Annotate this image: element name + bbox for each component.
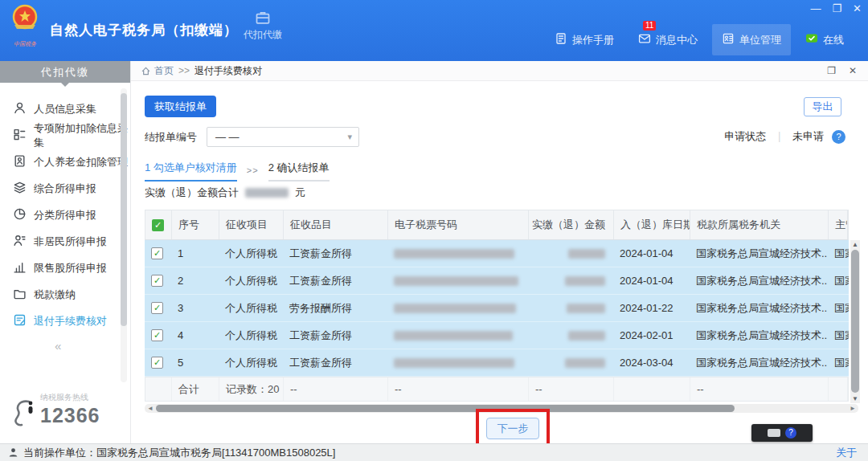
sidebar-scrollbar[interactable] [121, 88, 127, 382]
online-icon [805, 32, 818, 47]
sidebar-item-4[interactable]: 分类所得申报 [0, 202, 130, 228]
close-icon[interactable]: ✕ [853, 3, 862, 14]
sidebar-item-8[interactable]: 退付手续费核对 [0, 308, 130, 334]
cell-date: 2024-01-04 [613, 267, 690, 294]
help-icon[interactable]: ? [832, 130, 845, 144]
current-unit-text: 当前操作单位：国家税务总局宣城市税务局[11341700MB1508025L] [23, 446, 335, 460]
cell-seq: 2 [171, 267, 219, 294]
cell-supervisor: 国家 [828, 322, 849, 349]
export-button[interactable]: 导出 [804, 97, 841, 116]
cell-organ: 国家税务总局宣城经济技术... [690, 349, 828, 376]
minimize-icon[interactable]: — [810, 3, 821, 14]
table-row-0[interactable]: ✓1个人所得税工资薪金所得2024-01-04国家税务总局宣城经济技术...国家 [145, 240, 849, 267]
step-tabs: 1 勾选单户核对清册 >> 2 确认结报单 [145, 161, 330, 182]
table-row-4[interactable]: ✓5个人所得税工资薪金所得2024-03-04国家税务总局宣城经济技术...国家 [145, 349, 849, 377]
row-checkbox[interactable]: ✓ [151, 329, 163, 341]
masked-ticket-no [394, 276, 518, 286]
row-checkbox[interactable]: ✓ [151, 275, 163, 287]
table-row-3[interactable]: ✓4个人所得税工资薪金所得2024-02-01国家税务总局宣城经济技术...国家 [145, 322, 849, 349]
tab-daikou-daijiao[interactable]: 代扣代缴 [235, 10, 291, 42]
apply-status-label: 申请状态 [724, 129, 766, 144]
cell-amount [528, 240, 613, 267]
menu-item-0[interactable]: 操作手册 [545, 24, 624, 55]
cell-supervisor: 国家 [828, 349, 849, 376]
cell-item: 个人所得税 [219, 322, 283, 349]
cell-category: 劳务报酬所得 [283, 295, 387, 321]
app-title: 自然人电子税务局（扣缴端） [50, 21, 238, 39]
cell-organ: 国家税务总局宣城经济技术... [690, 295, 828, 321]
header-cell-6: 税款所属税务机关 [690, 210, 829, 239]
sidebar-collapse-button[interactable]: « [55, 339, 61, 353]
sidebar-item-0[interactable]: 人员信息采集 [0, 96, 130, 122]
sidebar-item-label: 退付手续费核对 [34, 314, 107, 328]
sidebar-item-5[interactable]: 非居民所得申报 [0, 228, 130, 255]
menu-item-3[interactable]: 在线 [796, 24, 854, 55]
row-checkbox[interactable]: ✓ [151, 357, 163, 369]
briefcase-icon [254, 10, 272, 26]
window-controls: — ❐ ✕ [810, 3, 862, 14]
table-footer-row: 合计记录数：20-------- [145, 377, 849, 402]
masked-total-amount [245, 188, 289, 198]
menu-item-2[interactable]: 单位管理 [712, 24, 791, 55]
sidebar-item-label: 非居民所得申报 [34, 235, 107, 249]
table-row-1[interactable]: ✓2个人所得税工资薪金所得2024-01-04国家税务总局宣城经济技术...国家 [145, 267, 849, 295]
restore-icon[interactable]: ❐ [832, 3, 841, 14]
step-2-tab[interactable]: 2 确认结报单 [268, 161, 330, 182]
report-no-label: 结报单编号 [145, 130, 197, 145]
menu-item-label: 操作手册 [572, 33, 614, 47]
table-vertical-scrollbar[interactable]: ▲ ▼ [850, 240, 860, 403]
sidebar-item-1[interactable]: 专项附加扣除信息采集 [0, 122, 130, 149]
step-1-tab[interactable]: 1 勾选单户核对清册 [145, 161, 237, 182]
breadcrumb-home[interactable]: 首页 [141, 64, 174, 78]
masked-ticket-no [394, 249, 514, 259]
person-icon [13, 101, 27, 117]
about-link[interactable]: 关于 [836, 446, 857, 460]
brand-caption: 中国税务 [6, 40, 43, 48]
header-cell-3: 电子税票号码 [388, 210, 529, 239]
cell-supervisor: 国家 [828, 295, 849, 321]
pie-icon [13, 207, 27, 223]
panel-restore-icon[interactable]: ❐ [827, 65, 836, 76]
cell-supervisor: 国家 [828, 240, 849, 267]
header-cell-1: 征收项目 [219, 210, 284, 239]
header-cell-5: 入（退）库日期 [614, 210, 690, 239]
screenshot-widget: ? [751, 424, 813, 442]
fetch-report-button[interactable]: 获取结报单 [145, 96, 216, 117]
cell-organ: 国家税务总局宣城经济技术... [690, 240, 828, 267]
tab-label: 代扣代缴 [244, 29, 282, 40]
row-checkbox-cell: ✓ [145, 267, 171, 294]
panel-close-icon[interactable]: ✕ [849, 65, 857, 76]
table-row-2[interactable]: ✓3个人所得税劳务报酬所得2024-01-22国家税务总局宣城经济技术...国家 [145, 295, 849, 322]
table-header-row: ✓序号征收项目征收品目电子税票号码实缴（退）金额入（退）库日期税款所属税务机关主… [145, 210, 849, 240]
scroll-right-icon[interactable]: ► [850, 404, 856, 413]
hotline-block: 纳税服务热线 12366 [11, 392, 100, 427]
report-no-select[interactable]: — — ▾ [207, 127, 359, 147]
notification-badge: 11 [643, 21, 656, 31]
header-menu: 操作手册11消息中心单位管理在线 [545, 24, 854, 55]
masked-amount [565, 358, 605, 368]
row-checkbox[interactable]: ✓ [151, 302, 163, 314]
summary-unit: 元 [295, 186, 305, 200]
footer-cell-5: -- [529, 377, 614, 401]
sidebar-item-3[interactable]: 综合所得申报 [0, 175, 130, 202]
menu-item-1[interactable]: 11消息中心 [628, 24, 707, 55]
footer-cell-7: -- [690, 377, 829, 401]
row-checkbox[interactable]: ✓ [151, 247, 163, 259]
widget-help-icon[interactable]: ? [785, 427, 796, 439]
sidebar-header: 代扣代缴 [0, 61, 130, 83]
cell-ticket-no [387, 240, 528, 267]
scroll-left-icon[interactable]: ◄ [147, 404, 154, 413]
scroll-up-icon[interactable]: ▲ [850, 241, 860, 248]
manual-icon [555, 32, 567, 47]
masked-amount [568, 249, 605, 259]
next-step-button[interactable]: 下一步 [486, 418, 539, 439]
sidebar-item-2[interactable]: 个人养老金扣除管理 [0, 149, 130, 175]
sidebar-item-6[interactable]: 限售股所得申报 [0, 255, 130, 281]
header-cell-4: 实缴（退）金额 [529, 210, 614, 239]
scroll-down-icon[interactable]: ▼ [850, 395, 860, 402]
sidebar-item-7[interactable]: 税款缴纳 [0, 281, 130, 308]
grid-icon [13, 128, 27, 144]
select-all-checkbox[interactable]: ✓ [152, 219, 164, 231]
tax-emblem-logo: 中国税务 [6, 3, 43, 48]
camera-icon[interactable] [768, 429, 780, 437]
